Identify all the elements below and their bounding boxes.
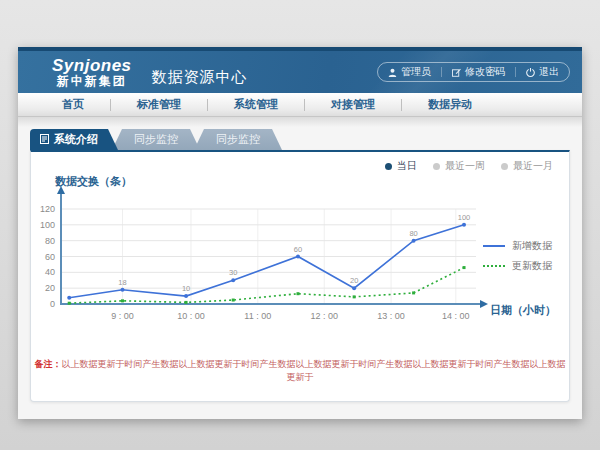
svg-text:11 : 00: 11 : 00	[244, 311, 271, 321]
main-nav: 首页 标准管理 系统管理 对接管理 数据异动	[18, 93, 582, 117]
legend-label: 新增数据	[512, 239, 552, 253]
svg-text:0: 0	[50, 299, 55, 309]
edit-icon	[452, 68, 461, 77]
radio-last-month[interactable]: 最近一月	[501, 159, 553, 173]
x-axis-title: 日期（小时）	[490, 303, 556, 318]
svg-text:14 : 00: 14 : 00	[442, 311, 470, 321]
change-password-button[interactable]: 修改密码	[442, 63, 515, 81]
radio-last-week[interactable]: 最近一周	[433, 159, 485, 173]
tab-system-intro[interactable]: 系统介绍	[30, 129, 118, 150]
legend-item-new-data[interactable]: 新增数据	[483, 236, 583, 256]
nav-item-home[interactable]: 首页	[36, 97, 110, 112]
user-toolbar: 管理员 修改密码 退出	[377, 62, 570, 82]
desktop-background: { "header": { "logo_line1": "Synjones", …	[0, 0, 600, 450]
logout-button[interactable]: 退出	[516, 63, 569, 81]
svg-text:12 : 00: 12 : 00	[310, 311, 338, 321]
svg-text:120: 120	[40, 204, 55, 214]
brand-name: Synjones	[52, 57, 132, 75]
legend-label: 更新数据	[512, 259, 552, 273]
tab-sync-monitor-1[interactable]: 同步监控	[112, 129, 200, 150]
svg-text:13 : 00: 13 : 00	[377, 311, 405, 321]
svg-text:60: 60	[45, 252, 55, 262]
svg-text:100: 100	[40, 220, 55, 230]
footnote: 备注：以上数据更新于时间产生数据以上数据更新于时间产生数据以上数据更新于时间产生…	[31, 358, 569, 384]
chart-panel: 当日 最近一周 最近一月 数据交换（条） 0204060801001209 : …	[30, 150, 570, 402]
svg-text:60: 60	[294, 245, 302, 254]
svg-text:40: 40	[45, 267, 55, 277]
svg-text:10: 10	[182, 284, 190, 293]
svg-text:9 : 00: 9 : 00	[111, 311, 134, 321]
dotted-line-icon	[483, 265, 505, 267]
tab-sync-monitor-2[interactable]: 同步监控	[194, 129, 282, 150]
svg-text:10 : 00: 10 : 00	[177, 311, 205, 321]
power-icon	[526, 68, 535, 77]
footnote-text: 以上数据更新于时间产生数据以上数据更新于时间产生数据以上数据更新于时间产生数据以…	[62, 359, 566, 382]
admin-user-button[interactable]: 管理员	[378, 63, 441, 81]
app-header: Synjones 新中新集团 数据资源中心 管理员 修改密码	[18, 51, 582, 93]
svg-text:100: 100	[458, 213, 471, 222]
tab-bar: 系统介绍 同步监控 同步监控	[30, 129, 582, 150]
nav-item-system-mgmt[interactable]: 系统管理	[208, 97, 304, 112]
logout-label: 退出	[539, 65, 559, 79]
svg-text:80: 80	[45, 236, 55, 246]
nav-item-interface-mgmt[interactable]: 对接管理	[305, 97, 401, 112]
brand-logo: Synjones 新中新集团	[52, 57, 132, 87]
nav-item-standard-mgmt[interactable]: 标准管理	[111, 97, 207, 112]
line-chart: 0204060801001209 : 0010 : 0011 : 0012 : …	[31, 186, 491, 336]
content-area: 系统介绍 同步监控 同步监控 当日 最近一周	[18, 117, 582, 419]
svg-text:30: 30	[229, 268, 237, 277]
user-icon	[388, 68, 397, 77]
radio-dot-icon	[385, 163, 392, 170]
svg-text:18: 18	[118, 278, 126, 287]
tab-label: 同步监控	[134, 132, 178, 147]
legend-item-update-data[interactable]: 更新数据	[483, 256, 583, 276]
brand-name-cn: 新中新集团	[52, 75, 132, 88]
change-password-label: 修改密码	[465, 65, 505, 79]
nav-item-data-change[interactable]: 数据异动	[402, 97, 498, 112]
radio-label: 最近一月	[513, 159, 553, 173]
time-range-filter: 当日 最近一周 最近一月	[385, 159, 553, 173]
svg-text:80: 80	[409, 229, 417, 238]
tab-label: 系统介绍	[54, 132, 98, 147]
document-icon	[40, 134, 49, 146]
tab-label: 同步监控	[216, 132, 260, 147]
svg-text:20: 20	[45, 283, 55, 293]
radio-dot-icon	[501, 163, 508, 170]
radio-label: 当日	[397, 159, 417, 173]
radio-label: 最近一周	[445, 159, 485, 173]
svg-text:20: 20	[350, 276, 358, 285]
radio-today[interactable]: 当日	[385, 159, 417, 173]
footnote-label: 备注：	[35, 359, 62, 369]
page-title: 数据资源中心	[152, 68, 248, 87]
admin-user-label: 管理员	[401, 65, 431, 79]
app-window: Synjones 新中新集团 数据资源中心 管理员 修改密码	[18, 47, 582, 419]
solid-line-icon	[483, 245, 505, 247]
chart-legend: 新增数据 更新数据	[483, 236, 583, 276]
radio-dot-icon	[433, 163, 440, 170]
